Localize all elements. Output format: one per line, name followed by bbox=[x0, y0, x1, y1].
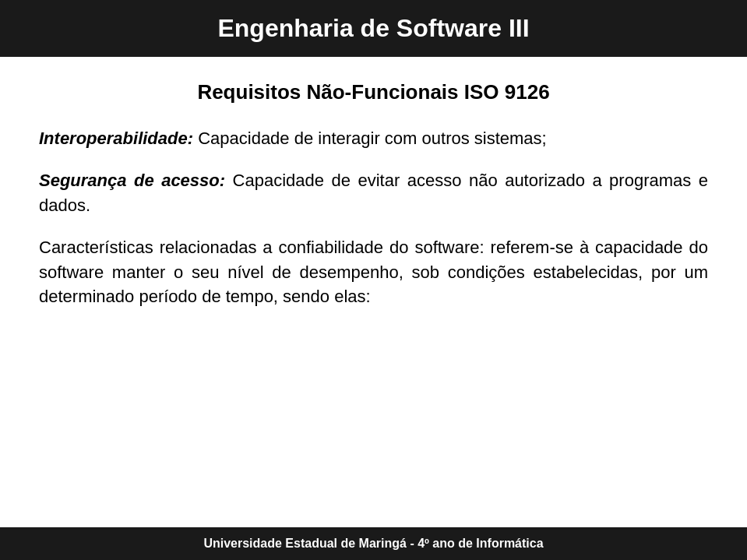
interoperabilidade-text: Interoperabilidade: Capacidade de intera… bbox=[39, 126, 708, 151]
footer-text: Universidade Estadual de Maringá - 4º an… bbox=[203, 537, 543, 550]
subtitle: Requisitos Não-Funcionais ISO 9126 bbox=[39, 80, 708, 104]
seguranca-text: Segurança de acesso: Capacidade de evita… bbox=[39, 168, 708, 218]
caracteristicas-text: Características relacionadas a confiabil… bbox=[39, 235, 708, 310]
section-interoperabilidade: Interoperabilidade: Capacidade de intera… bbox=[39, 126, 708, 151]
main-content: Requisitos Não-Funcionais ISO 9126 Inter… bbox=[0, 57, 747, 527]
seguranca-label: Segurança de acesso: bbox=[39, 171, 225, 190]
interoperabilidade-body: Capacidade de interagir com outros siste… bbox=[193, 129, 547, 148]
section-caracteristicas: Características relacionadas a confiabil… bbox=[39, 235, 708, 310]
header-bar: Engenharia de Software III bbox=[0, 0, 747, 57]
interoperabilidade-label: Interoperabilidade: bbox=[39, 129, 193, 148]
section-seguranca: Segurança de acesso: Capacidade de evita… bbox=[39, 168, 708, 218]
footer-bar: Universidade Estadual de Maringá - 4º an… bbox=[0, 527, 747, 560]
page-title: Engenharia de Software III bbox=[31, 14, 716, 43]
